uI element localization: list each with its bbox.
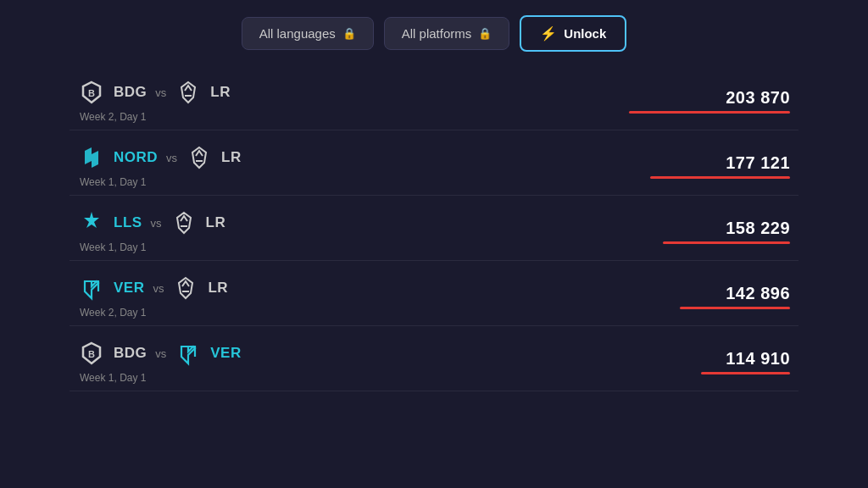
viewers-bar <box>680 307 790 309</box>
all-languages-button[interactable]: All languages 🔒 <box>242 17 374 50</box>
match-subtitle: Week 2, Day 1 <box>78 111 231 123</box>
match-left: NORD vs LR Week 1, Day 1 <box>78 144 242 188</box>
team1-name: NORD <box>114 149 158 166</box>
bolt-icon: ⚡ <box>540 25 557 42</box>
viewers-bar <box>629 111 790 114</box>
team1-logo <box>78 209 105 236</box>
match-teams: NORD vs LR <box>78 144 242 171</box>
match-teams: B BDG vs VER <box>78 340 242 367</box>
team1-name: VER <box>114 280 144 297</box>
team2-name: LR <box>210 84 231 101</box>
match-viewers: 203 870 <box>726 88 790 108</box>
all-platforms-button[interactable]: All platforms 🔒 <box>384 17 510 50</box>
match-viewers: 177 121 <box>726 153 790 173</box>
team2-name: LR <box>206 214 226 231</box>
match-subtitle: Week 2, Day 1 <box>78 307 228 319</box>
unlock-label: Unlock <box>564 26 606 41</box>
vs-text: vs <box>151 217 162 230</box>
vs-text: vs <box>155 347 166 360</box>
match-teams: B BDG vs LR <box>78 79 231 106</box>
team1-logo: B <box>78 79 105 106</box>
team2-name: VER <box>210 345 241 362</box>
vs-text: vs <box>166 152 177 164</box>
lock-icon-platforms: 🔒 <box>478 27 492 40</box>
toolbar: All languages 🔒 All platforms 🔒 ⚡ Unlock <box>70 0 798 65</box>
match-viewers: 158 229 <box>726 219 790 238</box>
viewers-bar <box>650 176 790 179</box>
all-languages-label: All languages <box>259 26 336 41</box>
svg-text:B: B <box>88 88 95 98</box>
match-row[interactable]: B BDG vs VER Week 1, Day 1 114 910 <box>70 326 798 391</box>
match-teams: VER vs LR <box>78 274 228 302</box>
match-viewers: 114 910 <box>726 349 790 369</box>
team1-logo <box>78 144 105 171</box>
match-teams: LLS vs LR <box>78 209 225 236</box>
all-platforms-label: All platforms <box>402 26 472 41</box>
team2-name: LR <box>208 280 228 297</box>
match-subtitle: Week 1, Day 1 <box>78 241 225 253</box>
match-row[interactable]: VER vs LR Week 2, Day 1 142 896 <box>70 261 798 326</box>
match-left: B BDG vs VER Week 1, Day 1 <box>78 340 242 384</box>
match-row[interactable]: LLS vs LR Week 1, Day 1 158 229 <box>70 196 798 261</box>
team2-logo <box>172 274 199 302</box>
match-left: LLS vs LR Week 1, Day 1 <box>78 209 225 253</box>
match-left: B BDG vs LR Week 2, Day 1 <box>78 79 231 123</box>
match-subtitle: Week 1, Day 1 <box>78 372 242 384</box>
match-right: 177 121 <box>650 153 790 179</box>
team2-logo <box>175 79 202 106</box>
match-row[interactable]: B BDG vs LR Week 2, Day 1 203 870 <box>70 65 798 130</box>
team2-name: LR <box>221 149 242 166</box>
match-row[interactable]: NORD vs LR Week 1, Day 1 177 121 <box>70 130 798 196</box>
team2-logo <box>170 209 198 236</box>
match-right: 114 910 <box>701 349 790 374</box>
vs-text: vs <box>155 86 166 99</box>
match-viewers: 142 896 <box>726 284 790 303</box>
matches-list: B BDG vs LR Week 2, Day 1 203 870 NOR <box>70 65 798 488</box>
viewers-bar <box>663 241 790 244</box>
viewers-bar <box>701 372 790 374</box>
team1-logo <box>78 274 105 302</box>
team1-name: BDG <box>114 345 147 362</box>
match-right: 203 870 <box>629 88 790 114</box>
team1-logo: B <box>78 340 105 367</box>
match-right: 142 896 <box>680 284 790 309</box>
unlock-button[interactable]: ⚡ Unlock <box>520 15 626 52</box>
team1-name: BDG <box>114 84 147 101</box>
lock-icon-languages: 🔒 <box>342 27 356 40</box>
team1-name: LLS <box>114 214 142 231</box>
match-subtitle: Week 1, Day 1 <box>78 176 242 188</box>
svg-text:B: B <box>88 349 95 359</box>
team2-logo <box>186 144 213 171</box>
vs-text: vs <box>153 282 164 295</box>
match-right: 158 229 <box>663 219 790 244</box>
team2-logo <box>175 340 202 367</box>
match-left: VER vs LR Week 2, Day 1 <box>78 274 228 319</box>
